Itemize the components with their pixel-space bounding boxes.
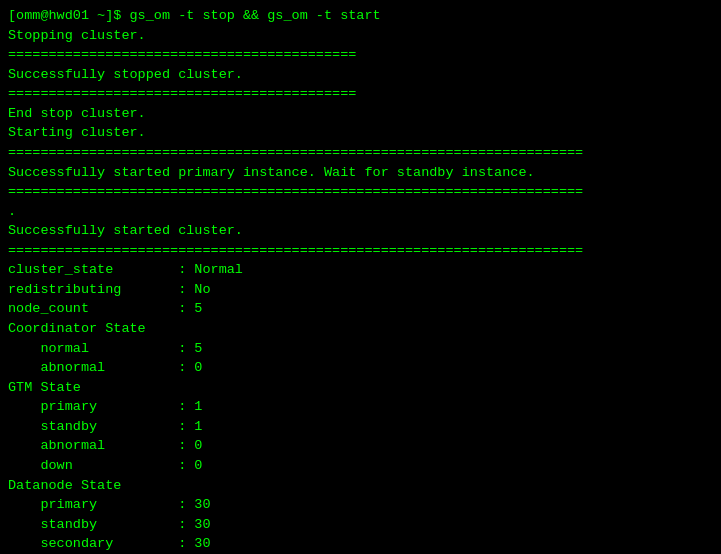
terminal-line: standby : 30 bbox=[8, 515, 713, 535]
terminal-line: Successfully stopped cluster. bbox=[8, 65, 713, 85]
terminal-line: ========================================… bbox=[8, 45, 713, 65]
terminal-line: ========================================… bbox=[8, 84, 713, 104]
terminal-line: . bbox=[8, 202, 713, 222]
terminal-line: End stop cluster. bbox=[8, 104, 713, 124]
terminal-line: Starting cluster. bbox=[8, 123, 713, 143]
terminal-line: ========================================… bbox=[8, 182, 713, 202]
terminal-line: Stopping cluster. bbox=[8, 26, 713, 46]
terminal-line: redistributing : No bbox=[8, 280, 713, 300]
terminal-output: [omm@hwd01 ~]$ gs_om -t stop && gs_om -t… bbox=[8, 6, 713, 554]
terminal-line: down : 0 bbox=[8, 456, 713, 476]
terminal-line: [omm@hwd01 ~]$ gs_om -t stop && gs_om -t… bbox=[8, 6, 713, 26]
terminal-line: node_count : 5 bbox=[8, 299, 713, 319]
terminal-line: primary : 30 bbox=[8, 495, 713, 515]
terminal-line: ========================================… bbox=[8, 241, 713, 261]
terminal-line: ========================================… bbox=[8, 143, 713, 163]
terminal-line: abnormal : 0 bbox=[8, 436, 713, 456]
terminal-window: [omm@hwd01 ~]$ gs_om -t stop && gs_om -t… bbox=[0, 0, 721, 554]
terminal-line: GTM State bbox=[8, 378, 713, 398]
terminal-line: secondary : 30 bbox=[8, 534, 713, 554]
terminal-line: cluster_state : Normal bbox=[8, 260, 713, 280]
terminal-line: Datanode State bbox=[8, 476, 713, 496]
terminal-line: Successfully started primary instance. W… bbox=[8, 163, 713, 183]
terminal-line: standby : 1 bbox=[8, 417, 713, 437]
terminal-line: normal : 5 bbox=[8, 339, 713, 359]
terminal-line: Coordinator State bbox=[8, 319, 713, 339]
terminal-line: primary : 1 bbox=[8, 397, 713, 417]
terminal-line: abnormal : 0 bbox=[8, 358, 713, 378]
terminal-line: Successfully started cluster. bbox=[8, 221, 713, 241]
